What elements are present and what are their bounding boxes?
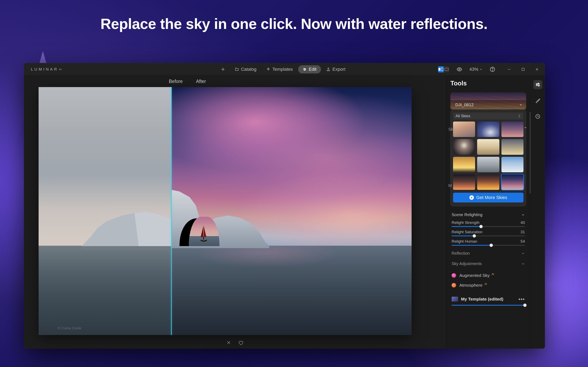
panel-body: Tools Sk M DJI_0812: [446, 76, 530, 349]
zoom-display[interactable]: 43%: [469, 67, 483, 72]
sky-thumb-2[interactable]: [477, 122, 499, 137]
slider-relight-strength-track[interactable]: [452, 226, 525, 227]
add-button[interactable]: [219, 65, 227, 73]
svg-point-12: [458, 68, 460, 70]
plus-circle-icon: +: [469, 195, 474, 200]
watermark: © Cuma Cevik: [58, 326, 81, 330]
selected-sky-preview: DJI_0812: [450, 92, 526, 109]
svg-point-6: [305, 69, 305, 69]
get-more-label: Get More Skies: [476, 195, 507, 200]
nav-templates[interactable]: Templates: [262, 65, 297, 73]
reject-button[interactable]: [226, 340, 231, 347]
chevron-up-icon: [521, 213, 525, 217]
sky-thumb-12[interactable]: [502, 174, 523, 190]
sky-thumb-7[interactable]: [453, 157, 475, 172]
updown-icon: [518, 114, 521, 118]
template-row[interactable]: My Template (edited) •••: [450, 295, 526, 304]
sky-thumb-4[interactable]: [453, 139, 475, 155]
split-handle[interactable]: [171, 87, 172, 335]
tool-atmosphere[interactable]: Atmosphere AI: [450, 280, 526, 290]
slider-relight-human: Relight Human 54: [450, 238, 526, 248]
favorite-button[interactable]: [238, 340, 243, 347]
ai-badge: AI: [484, 283, 487, 285]
selected-sky-card: DJI_0812: [450, 92, 526, 109]
slider-relight-human-track[interactable]: [452, 245, 525, 246]
nav-catalog[interactable]: Catalog: [230, 65, 261, 73]
close-button[interactable]: [534, 66, 540, 72]
rail-edit-tools[interactable]: [533, 80, 542, 89]
rail-local-masking[interactable]: [533, 96, 542, 105]
zoom-value: 43%: [469, 67, 478, 72]
nav-edit-label: Edit: [309, 67, 316, 72]
compare-toggle[interactable]: [438, 66, 449, 72]
slider-thumb[interactable]: [473, 234, 476, 238]
preview-toggle[interactable]: [456, 66, 462, 72]
brand-text: LUMINAR: [31, 67, 58, 72]
main-area: Before After: [24, 76, 545, 349]
svg-point-14: [492, 70, 493, 71]
sky-thumb-8[interactable]: [477, 157, 499, 172]
sky-file-name: DJI_0812: [455, 102, 474, 107]
sky-thumb-5[interactable]: [477, 139, 499, 155]
rail-history[interactable]: [533, 112, 542, 121]
augmented-sky-icon: [452, 273, 456, 278]
template-amount-slider[interactable]: [450, 305, 526, 306]
svg-rect-11: [445, 68, 448, 71]
marketing-headline: Replace the sky in one click. Now with w…: [0, 16, 588, 33]
titlebar: LUMINAR AI Catalog Templates Edit Export: [24, 63, 545, 76]
help-button[interactable]: [489, 66, 495, 72]
get-more-skies-button[interactable]: + Get More Skies: [453, 193, 523, 202]
canvas-stage[interactable]: © Cuma Cevik: [24, 87, 446, 349]
nav-export[interactable]: Export: [322, 65, 350, 73]
section-reflection[interactable]: Reflection: [450, 248, 526, 258]
sky-thumb-9[interactable]: [502, 157, 523, 172]
tool-augmented-sky[interactable]: Augmented Sky AI: [450, 271, 526, 280]
chevron-down-icon: [521, 262, 525, 266]
slider-relight-strength-value: 40: [521, 220, 525, 225]
sky-thumbnail-grid: [453, 122, 523, 190]
template-menu-button[interactable]: •••: [519, 296, 525, 302]
nav-edit[interactable]: Edit: [298, 65, 321, 73]
template-thumbnail: [452, 297, 458, 301]
split-view-icon: [438, 68, 443, 71]
section-label-sky: Sk: [448, 127, 453, 132]
sky-thumb-10[interactable]: [453, 174, 475, 190]
chevron-up-icon: [524, 126, 527, 129]
after-label: After: [196, 79, 206, 84]
app-window: LUMINAR AI Catalog Templates Edit Export: [24, 63, 545, 349]
sky-thumb-3[interactable]: [502, 122, 523, 137]
tool-augmented-sky-label: Augmented Sky: [459, 273, 490, 278]
nav-templates-label: Templates: [272, 67, 293, 72]
section-label-mask: M: [448, 183, 452, 188]
sky-thumb-6[interactable]: [502, 139, 523, 155]
photo-before: [39, 87, 171, 335]
window-controls: [506, 66, 540, 72]
svg-rect-19: [203, 237, 204, 240]
scrollbar[interactable]: [530, 112, 530, 193]
folder-icon: [235, 67, 239, 71]
slider-relight-human-label: Relight Human: [452, 239, 477, 244]
section-sky-adjustments[interactable]: Sky Adjustments: [450, 258, 526, 268]
sky-thumb-11[interactable]: [477, 174, 499, 190]
maximize-icon: [521, 67, 525, 71]
minimize-button[interactable]: [506, 66, 512, 72]
app-brand: LUMINAR AI: [31, 67, 62, 72]
maximize-button[interactable]: [520, 66, 526, 72]
svg-point-26: [536, 84, 537, 85]
sky-category-select[interactable]: All Skies: [453, 113, 523, 119]
slider-thumb[interactable]: [479, 225, 483, 228]
svg-rect-10: [441, 68, 443, 71]
sky-section-collapse[interactable]: [524, 126, 527, 130]
sky-select-dropdown[interactable]: DJI_0812: [450, 100, 526, 109]
chevron-down-icon: [480, 68, 483, 71]
slider-thumb[interactable]: [523, 304, 527, 307]
sky-thumb-1[interactable]: [453, 122, 475, 137]
help-icon: [490, 67, 495, 72]
slider-thumb[interactable]: [490, 244, 493, 247]
tool-atmosphere-label: Atmosphere: [459, 283, 483, 288]
section-scene-relighting[interactable]: Scene Relighting: [450, 209, 526, 220]
nav-export-label: Export: [332, 67, 346, 72]
svg-point-25: [538, 83, 539, 84]
slider-relight-saturation-label: Relight Saturation: [452, 230, 483, 234]
slider-relight-saturation-track[interactable]: [452, 235, 525, 236]
